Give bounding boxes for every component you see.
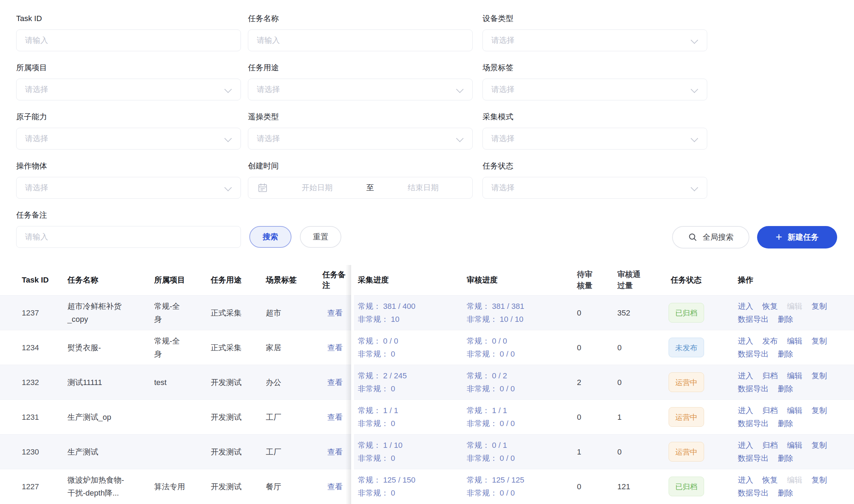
scene-tag-label: 场景标签 <box>482 62 707 73</box>
task-status-select[interactable]: 请选择 <box>482 177 707 199</box>
table-row: 常规： 0 / 0非常规： 0常规： 0 / 0非常规： 0 / 000未发布进… <box>354 330 854 365</box>
action-restore-link[interactable]: 恢复 <box>762 300 778 313</box>
atomic-ability-select[interactable]: 请选择 <box>16 128 241 150</box>
target-object-label: 操作物体 <box>16 161 241 171</box>
action-enter-link[interactable]: 进入 <box>738 473 753 486</box>
plus-icon: + <box>776 232 782 242</box>
search-button[interactable]: 搜索 <box>249 226 291 248</box>
select-placeholder: 请选择 <box>25 183 48 193</box>
task-name-input[interactable] <box>248 29 473 51</box>
header-project: 所属项目 <box>154 275 211 285</box>
action-copy-link[interactable]: 复制 <box>812 334 827 347</box>
action-enter-link[interactable]: 进入 <box>738 334 753 347</box>
new-task-label: 新建任务 <box>788 232 819 243</box>
action-enter-link[interactable]: 进入 <box>738 369 753 382</box>
create-time-label: 创建时间 <box>248 161 473 171</box>
select-placeholder: 请选择 <box>491 35 514 46</box>
new-task-button[interactable]: + 新建任务 <box>757 226 837 248</box>
action-edit-link[interactable]: 编辑 <box>787 369 802 382</box>
action-copy-link[interactable]: 复制 <box>812 439 827 452</box>
view-remark-link[interactable]: 查看 <box>327 343 343 352</box>
action-export-link[interactable]: 数据导出 <box>738 452 769 465</box>
scene-tag-select[interactable]: 请选择 <box>482 79 707 100</box>
view-remark-link[interactable]: 查看 <box>327 413 343 422</box>
action-copy-link[interactable]: 复制 <box>812 473 827 486</box>
status-badge: 已归档 <box>669 303 704 323</box>
view-remark-link[interactable]: 查看 <box>327 378 343 387</box>
action-edit-link: 编辑 <box>787 300 802 313</box>
table-row: 1227微波炉加热食物- 干扰-depth降...算法专用开发测试餐厅查看 <box>0 469 351 504</box>
teleop-type-select[interactable]: 请选择 <box>248 128 473 150</box>
cell-task-name: 超市冷鲜柜补货 _copy <box>67 300 154 326</box>
action-delete-link[interactable]: 删除 <box>778 486 793 499</box>
collect-mode-label: 采集模式 <box>482 112 707 122</box>
view-remark-link[interactable]: 查看 <box>327 309 343 317</box>
action-delete-link[interactable]: 删除 <box>778 452 793 465</box>
action-export-link[interactable]: 数据导出 <box>738 486 769 499</box>
collect-mode-select[interactable]: 请选择 <box>482 128 707 150</box>
target-object-select[interactable]: 请选择 <box>16 177 241 199</box>
cell-approved-count: 0 <box>615 341 671 354</box>
action-enter-link[interactable]: 进入 <box>738 404 753 417</box>
action-archive-link[interactable]: 归档 <box>762 439 778 452</box>
action-export-link[interactable]: 数据导出 <box>738 382 769 395</box>
action-edit-link[interactable]: 编辑 <box>787 404 802 417</box>
action-delete-link[interactable]: 删除 <box>778 313 793 326</box>
end-date-placeholder[interactable]: 结束日期 <box>374 183 472 193</box>
action-copy-link[interactable]: 复制 <box>812 404 827 417</box>
task-id-input[interactable] <box>16 29 241 51</box>
action-delete-link[interactable]: 删除 <box>778 417 793 430</box>
action-enter-link[interactable]: 进入 <box>738 300 753 313</box>
chevron-down-icon <box>224 86 232 93</box>
task-remark-input[interactable] <box>16 226 241 248</box>
device-type-select[interactable]: 请选择 <box>482 29 707 51</box>
cell-review-progress: 常规： 0 / 2非常规： 0 / 0 <box>467 369 574 395</box>
action-delete-link[interactable]: 删除 <box>778 382 793 395</box>
action-archive-link[interactable]: 归档 <box>762 369 778 382</box>
project-select[interactable]: 请选择 <box>16 79 241 100</box>
header-task-status: 任务状态 <box>671 275 738 285</box>
header-scene-tag: 场景标签 <box>266 275 322 285</box>
action-edit-link[interactable]: 编辑 <box>787 439 802 452</box>
table-row: 1231生产测试_op开发测试工厂查看 <box>0 399 351 434</box>
select-placeholder: 请选择 <box>491 133 514 144</box>
cell-pending-count: 0 <box>574 341 615 354</box>
cell-review-progress: 常规： 125 / 125非常规： 0 / 0 <box>467 473 574 499</box>
action-copy-link[interactable]: 复制 <box>812 300 827 313</box>
table-row: 常规： 381 / 400非常规： 10常规： 381 / 381非常规： 10… <box>354 295 854 330</box>
cell-actions: 进入发布编辑复制数据导出删除 <box>738 334 854 360</box>
cell-status: 运营中 <box>669 442 738 462</box>
reset-button[interactable]: 重置 <box>300 226 341 248</box>
action-restore-link[interactable]: 恢复 <box>762 473 778 486</box>
action-edit-link: 编辑 <box>787 473 802 486</box>
global-search-button[interactable]: 全局搜索 <box>672 226 749 248</box>
action-delete-link[interactable]: 删除 <box>778 347 793 360</box>
view-remark-link[interactable]: 查看 <box>327 482 343 491</box>
action-export-link[interactable]: 数据导出 <box>738 347 769 360</box>
cell-purpose: 开发测试 <box>211 445 266 458</box>
select-placeholder: 请选择 <box>25 133 48 144</box>
cell-remark: 查看 <box>322 480 351 493</box>
view-remark-link[interactable]: 查看 <box>327 447 343 456</box>
cell-scene-tag: 工厂 <box>266 411 322 424</box>
action-export-link[interactable]: 数据导出 <box>738 313 769 326</box>
cell-status: 运营中 <box>669 372 738 392</box>
chevron-down-icon <box>224 135 232 142</box>
atomic-ability-label: 原子能力 <box>16 112 241 122</box>
action-copy-link[interactable]: 复制 <box>812 369 827 382</box>
action-publish-link[interactable]: 发布 <box>762 334 778 347</box>
start-date-placeholder[interactable]: 开始日期 <box>268 183 366 193</box>
table-row: 常规： 1 / 1非常规： 0常规： 1 / 1非常规： 0 / 001运营中进… <box>354 399 854 434</box>
cell-task-id: 1232 <box>22 376 67 389</box>
action-enter-link[interactable]: 进入 <box>738 439 753 452</box>
create-time-range-picker[interactable]: 开始日期 至 结束日期 <box>248 177 473 199</box>
table-scroll-pane[interactable]: 采集进度 审核进度 待审 核量 审核通 过量 任务状态 操作 常规： 381 /… <box>354 265 854 504</box>
purpose-select[interactable]: 请选择 <box>248 79 473 100</box>
action-export-link[interactable]: 数据导出 <box>738 417 769 430</box>
cell-approved-count: 0 <box>615 376 671 389</box>
action-archive-link[interactable]: 归档 <box>762 404 778 417</box>
cell-collect-progress: 常规： 381 / 400非常规： 10 <box>358 300 467 326</box>
action-edit-link[interactable]: 编辑 <box>787 334 802 347</box>
cell-remark: 查看 <box>322 376 351 389</box>
field-project: 所属项目 请选择 <box>16 62 241 100</box>
